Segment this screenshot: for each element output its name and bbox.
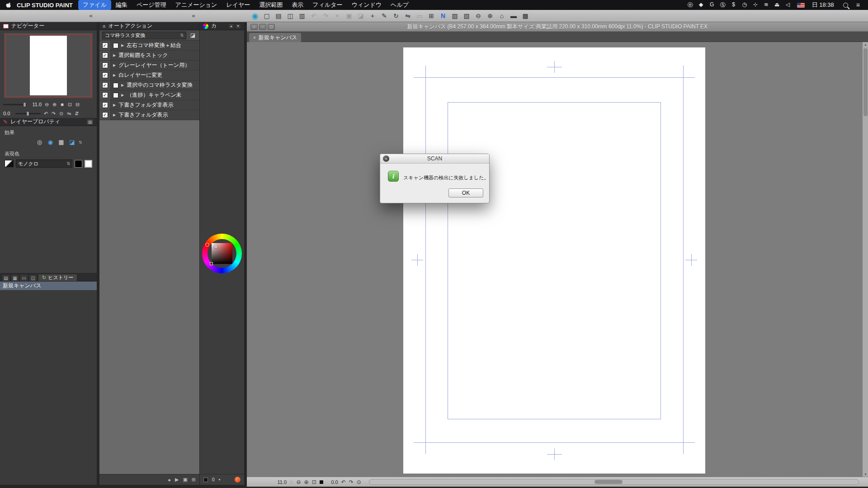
menu-item[interactable]: ヘルプ (386, 0, 413, 10)
cut-icon[interactable]: × (332, 11, 343, 21)
palette-collapse-up-icon[interactable]: ▴ (228, 23, 234, 29)
texture-icon[interactable]: ◪ (68, 138, 76, 146)
actual-size-icon[interactable]: ■ (58, 101, 66, 108)
fit-width-icon[interactable]: ⊟ (74, 101, 81, 108)
auto-action-row[interactable]: ✓ ▶ 白レイヤーに変更 (99, 70, 199, 80)
auto-action-row[interactable]: ✓ ▶ 下書きフォルダ表示 (99, 110, 199, 120)
stop-icon[interactable]: ▣ (183, 477, 187, 483)
google-drive-icon[interactable]: G (707, 1, 717, 9)
undo-icon[interactable]: ↶ (308, 11, 319, 21)
zoom-out-icon[interactable]: ⊖ (43, 101, 51, 108)
minimize-window-button[interactable]: − (259, 24, 266, 30)
zoom-in-icon[interactable]: ⊕ (485, 11, 495, 21)
paste-icon[interactable]: ◪ (355, 11, 366, 21)
auto-action-row[interactable]: ✓ ▶ グレーレイヤー（トーン用） (99, 61, 199, 70)
history-palette-tab[interactable]: ↻ ヒストリー (38, 274, 77, 281)
volume-icon[interactable]: ◁ (783, 1, 793, 9)
palette-collapse-down-icon[interactable]: ▾ (235, 23, 241, 29)
hue-cursor[interactable] (205, 243, 209, 247)
clip-studio-paint-icon[interactable]: ◉ (250, 11, 260, 21)
spotlight-search-icon[interactable] (843, 3, 848, 8)
action-checkbox[interactable]: ✓ (102, 52, 108, 58)
scroll-down-icon[interactable]: ▼ (863, 473, 868, 476)
auto-action-set-select[interactable]: コマ枠ラスタ変換 ⇅ (102, 32, 186, 39)
zoom-slider[interactable] (3, 104, 27, 105)
action-main-cell[interactable]: ▶ グレーレイヤー（トーン用） (111, 61, 199, 70)
record-icon[interactable]: ● (168, 477, 171, 483)
white-color-chip[interactable] (85, 160, 92, 168)
main-color-indicator[interactable] (235, 477, 241, 483)
shield-icon[interactable]: Ⓢ (717, 1, 728, 9)
control-center-icon[interactable]: ≡ (856, 1, 860, 9)
play-icon[interactable]: ▶ (175, 477, 179, 483)
info-tab-icon[interactable]: ◫ (29, 274, 37, 281)
menu-item[interactable]: アニメーション (171, 0, 222, 10)
flip-view-icon[interactable]: ⇋ (402, 11, 413, 21)
menu-item[interactable]: レイヤー (222, 0, 255, 10)
action-checkbox[interactable]: ✓ (102, 42, 108, 48)
save-icon[interactable]: ◫ (285, 11, 296, 21)
crop-icon[interactable]: ▭ (414, 11, 425, 21)
menu-item[interactable]: 表示 (287, 0, 308, 10)
action-main-cell[interactable]: ▶ 下書きフォルダ非表示 (111, 100, 199, 110)
auto-action-row[interactable]: ✓ ▶ 左右コマ枠変換＋結合 (99, 41, 199, 51)
dialog-close-button[interactable]: × (383, 155, 389, 162)
menu-item[interactable]: ページ管理 (132, 0, 171, 10)
expand-arrow-icon[interactable]: ▶ (121, 93, 124, 97)
action-main-cell[interactable]: ▶ 選択範囲をストック (111, 51, 199, 60)
rotate-view-icon[interactable]: ↻ (391, 11, 401, 21)
auto-action-row[interactable]: ✓ ▶ （進捗）キャラペン未 (99, 90, 199, 100)
menu-item[interactable]: ファイル (78, 0, 111, 10)
expression-color-select[interactable]: モノクロ ⇅ (16, 160, 72, 168)
menu-item[interactable]: 選択範囲 (255, 0, 287, 10)
expand-arrow-icon[interactable]: ▶ (113, 113, 116, 117)
action-dialog-checkbox[interactable] (113, 43, 118, 48)
export-icon[interactable]: ▥ (297, 11, 307, 21)
rotation-slider-thumb[interactable] (26, 111, 29, 116)
canvas-viewport[interactable] (247, 42, 862, 477)
layer-tab-icon[interactable]: ▤ (2, 274, 10, 281)
action-checkbox[interactable]: ✓ (102, 82, 108, 88)
canvas-tab[interactable]: × 新規キャンバス (249, 33, 301, 42)
statusbar-rotate-ccw-icon[interactable]: ↶ (341, 479, 346, 485)
apple-menu-icon[interactable] (5, 2, 11, 9)
zoom-slider-thumb[interactable] (23, 102, 26, 107)
saturation-value-cursor[interactable] (214, 245, 217, 248)
expand-arrow-icon[interactable]: ▶ (121, 83, 124, 87)
navigator-panel-header[interactable]: ナビゲーター (0, 22, 97, 30)
redo-icon[interactable]: ↷ (320, 11, 331, 21)
horizontal-scrollbar[interactable] (369, 479, 859, 485)
action-checkbox[interactable]: ✓ (102, 62, 108, 68)
swatch-dropdown-icon[interactable]: ▾ (219, 478, 221, 482)
copy-icon[interactable]: ▣ (344, 11, 354, 21)
statusbar-zoom-out-icon[interactable]: ⊖ (297, 479, 301, 485)
close-window-button[interactable]: × (250, 24, 258, 30)
expand-arrow-icon[interactable]: ▶ (113, 103, 116, 107)
snap-grid-icon[interactable]: ▧ (461, 11, 472, 21)
rotation-slider[interactable] (15, 113, 41, 114)
action-checkbox[interactable]: ✓ (102, 92, 108, 98)
statusbar-reset-rotation-icon[interactable]: ⊙ (357, 479, 361, 485)
transparent-bg-icon[interactable]: ▩ (520, 11, 531, 21)
vertical-scrollbar-thumb[interactable] (863, 48, 868, 116)
eyedropper-icon[interactable]: ✎ (379, 11, 390, 21)
collapse-autoaction-palette-button[interactable]: « (189, 12, 198, 20)
border-effect-icon[interactable]: ◎ (35, 138, 44, 146)
ok-button[interactable]: OK (448, 188, 483, 197)
open-file-icon[interactable]: ▤ (273, 11, 284, 21)
expand-arrow-icon[interactable]: ▶ (113, 73, 116, 77)
horizontal-scrollbar-thumb[interactable] (594, 480, 623, 484)
shortcuts-icon[interactable]: ⊹ (750, 1, 761, 9)
color-wheel[interactable] (202, 234, 242, 273)
action-checkbox[interactable]: ✓ (102, 72, 108, 78)
snap-ruler-icon[interactable]: N (438, 11, 448, 21)
expand-arrow-icon[interactable]: ▶ (113, 63, 116, 67)
statusbar-actual-size-icon[interactable] (320, 480, 323, 484)
statusbar-zoom-stepper[interactable]: ⇅ (290, 480, 293, 484)
new-canvas-icon[interactable]: ▢ (261, 11, 272, 21)
vertical-scrollbar[interactable]: ▲ ▼ (862, 42, 868, 477)
auto-action-panel-header[interactable]: ≡ オートアクション (99, 22, 199, 30)
document-titlebar[interactable]: ×−▢ 新規キャンバス (B4 257.00 x 364.00mm 製本サイズ:… (247, 22, 868, 32)
action-main-cell[interactable]: ▶ 下書きフォルダ表示 (111, 110, 199, 120)
dollar-icon[interactable]: $ (728, 1, 739, 9)
